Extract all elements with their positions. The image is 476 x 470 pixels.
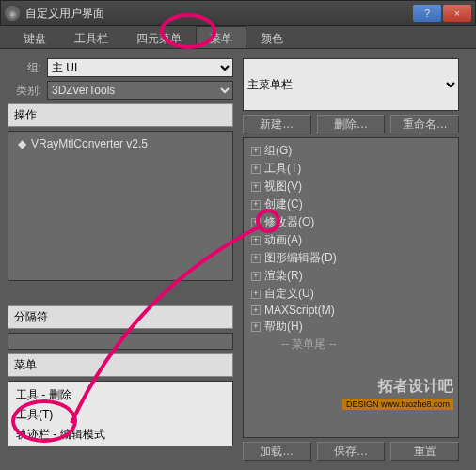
tree-item[interactable]: +组(G) bbox=[247, 142, 454, 160]
tree-item[interactable]: +渲染(R) bbox=[247, 267, 454, 285]
group-label: 组: bbox=[8, 60, 41, 76]
main-menu-select[interactable]: 主菜单栏 bbox=[243, 58, 459, 111]
rename-button[interactable]: 重命名… bbox=[390, 115, 459, 133]
save-button[interactable]: 保存… bbox=[317, 442, 386, 461]
expand-icon[interactable]: + bbox=[251, 200, 261, 210]
close-button[interactable]: × bbox=[443, 5, 471, 22]
titlebar: ◉ 自定义用户界面 ? × bbox=[0, 0, 476, 26]
expand-icon[interactable]: + bbox=[251, 290, 261, 299]
tab-quad-menu[interactable]: 四元菜单 bbox=[122, 26, 196, 48]
expand-icon[interactable]: + bbox=[251, 164, 261, 174]
action-icon: ◆ bbox=[16, 137, 27, 150]
expand-icon[interactable]: + bbox=[251, 254, 261, 263]
list-item[interactable]: 轨迹视图 - 编辑模式 bbox=[12, 445, 229, 446]
tree-item[interactable]: +图形编辑器(D) bbox=[247, 249, 454, 267]
tab-menu[interactable]: 菜单 bbox=[196, 26, 246, 48]
tree-item[interactable]: +动画(A) bbox=[247, 231, 454, 249]
tab-toolbar[interactable]: 工具栏 bbox=[60, 26, 122, 48]
expand-icon[interactable]: + bbox=[251, 236, 261, 245]
tab-color[interactable]: 颜色 bbox=[246, 26, 297, 48]
tab-bar: 键盘 工具栏 四元菜单 菜单 颜色 bbox=[0, 26, 476, 49]
expand-icon[interactable]: + bbox=[251, 182, 261, 192]
expand-icon[interactable]: + bbox=[251, 306, 261, 315]
tree-item[interactable]: +帮助(H) bbox=[247, 318, 454, 336]
tree-item[interactable]: +视图(V) bbox=[247, 178, 454, 196]
action-item-label: VRayMtlConverter v2.5 bbox=[31, 137, 148, 150]
window-title: 自定义用户界面 bbox=[25, 6, 413, 22]
tree-item[interactable]: +创建(C) bbox=[247, 196, 454, 213]
tree-end: -- 菜单尾 -- bbox=[247, 336, 454, 353]
expand-icon[interactable]: + bbox=[251, 147, 261, 156]
tree-item[interactable]: +修改器(O) bbox=[247, 213, 454, 231]
expand-icon[interactable]: + bbox=[251, 272, 261, 281]
actions-list[interactable]: ◆ VRayMtlConverter v2.5 bbox=[8, 131, 233, 281]
group-select[interactable]: 主 UI bbox=[47, 58, 233, 77]
separator-list[interactable] bbox=[8, 333, 233, 350]
menu-header: 菜单 bbox=[8, 353, 233, 377]
list-item[interactable]: 工具 - 删除 bbox=[12, 385, 229, 405]
new-button[interactable]: 新建… bbox=[243, 115, 311, 133]
menu-tree[interactable]: +组(G) +工具(T) +视图(V) +创建(C) +修改器(O) +动画(A… bbox=[243, 137, 459, 438]
menu-list[interactable]: 工具 - 删除 工具(T) 轨迹栏 - 编辑模式 轨迹视图 - 编辑模式 bbox=[8, 381, 233, 446]
category-label: 类别: bbox=[8, 83, 41, 99]
tree-item[interactable]: +MAXScript(M) bbox=[247, 303, 454, 318]
tree-item[interactable]: +自定义(U) bbox=[247, 285, 454, 303]
separator-header: 分隔符 bbox=[8, 306, 233, 329]
delete-button[interactable]: 删除… bbox=[317, 115, 386, 133]
tree-item[interactable]: +工具(T) bbox=[247, 160, 454, 178]
actions-header: 操作 bbox=[8, 103, 233, 127]
app-icon: ◉ bbox=[5, 6, 20, 21]
reset-button[interactable]: 重置 bbox=[390, 442, 459, 461]
list-item[interactable]: 轨迹栏 - 编辑模式 bbox=[12, 425, 229, 445]
help-button[interactable]: ? bbox=[413, 5, 441, 22]
tab-keyboard[interactable]: 键盘 bbox=[9, 26, 60, 48]
expand-icon[interactable]: + bbox=[251, 322, 261, 332]
list-item[interactable]: 工具(T) bbox=[12, 405, 229, 425]
list-item[interactable]: ◆ VRayMtlConverter v2.5 bbox=[12, 135, 229, 152]
load-button[interactable]: 加载… bbox=[243, 442, 311, 461]
category-select[interactable]: 3DZverTools bbox=[47, 81, 233, 100]
expand-icon[interactable]: + bbox=[251, 218, 261, 227]
